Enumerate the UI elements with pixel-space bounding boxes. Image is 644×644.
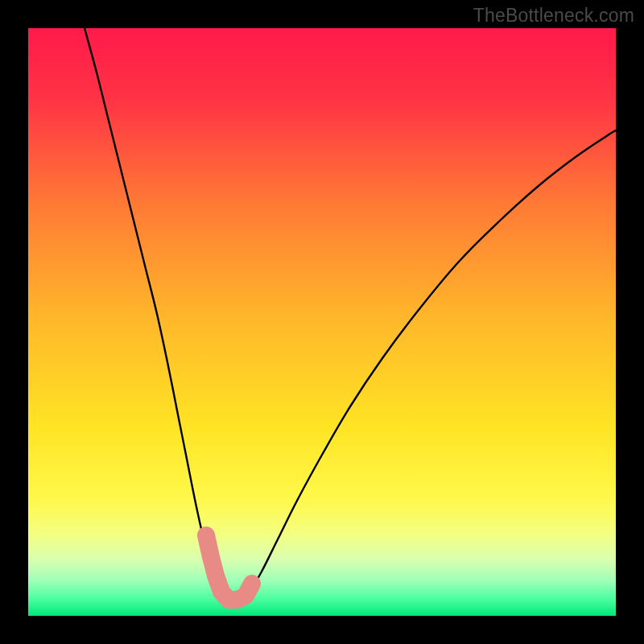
chart-container: TheBottleneck.com [0,0,644,644]
watermark-text: TheBottleneck.com [473,5,634,27]
plot-area [28,28,616,616]
bottleneck-chart [0,0,644,644]
